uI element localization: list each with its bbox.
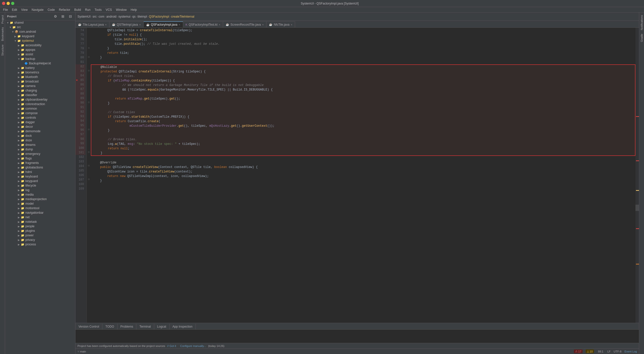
notification-link-gotit[interactable]: // Got it: [167, 344, 176, 347]
tab-qsfactoryimpltest[interactable]: K QSFactoryImplTest.kt ×: [183, 21, 223, 27]
tree-item-privacy[interactable]: ▶📁privacy: [5, 238, 75, 242]
window-close-btn[interactable]: [2, 2, 5, 5]
window-maximize-btn[interactable]: [11, 2, 14, 5]
tree-item-model[interactable]: ▶📁model: [5, 201, 75, 206]
tree-item-controls[interactable]: ▶📁controls: [5, 115, 75, 120]
fold-78[interactable]: ⊟: [87, 46, 91, 50]
menu-file[interactable]: File: [1, 8, 10, 12]
right-tab-gradle[interactable]: Gradle: [639, 32, 644, 43]
tree-item-assist[interactable]: ▶📁assist: [5, 52, 75, 57]
menu-edit[interactable]: Edit: [10, 8, 19, 12]
menu-tools[interactable]: Tools: [93, 8, 104, 12]
menu-build[interactable]: Build: [72, 8, 83, 12]
menu-view[interactable]: View: [19, 8, 30, 12]
bottom-tab-todo[interactable]: TODO: [102, 324, 117, 329]
fold-107[interactable]: ⊟: [87, 177, 91, 182]
tree-item-dock[interactable]: ▶📁dock: [5, 134, 75, 138]
bottom-tab-logcat[interactable]: Logcat: [154, 324, 170, 329]
tree-item-keyguard[interactable]: ▶📁keyguard: [5, 179, 75, 183]
tree-item-keyguard-top[interactable]: ▶ 📁 keyguard: [5, 34, 75, 38]
tree-item-navigationbar[interactable]: ▶📁navigationbar: [5, 210, 75, 215]
tree-item-people[interactable]: ▶📁people: [5, 224, 75, 229]
menu-navigate[interactable]: Navigate: [30, 8, 46, 12]
breadcrumb-src[interactable]: src: [93, 15, 97, 18]
menu-window[interactable]: Window: [114, 8, 129, 12]
tab-close-btn[interactable]: ×: [291, 23, 292, 26]
tab-qstileimpl[interactable]: ☕ QSTileImpl.java ×: [109, 21, 144, 27]
notification-link-configure[interactable]: Configure manually...: [180, 344, 206, 347]
tree-item-log[interactable]: ▶📁log: [5, 188, 75, 192]
menu-code[interactable]: Code: [46, 8, 57, 12]
tab-qsfactoryimpl[interactable]: ☕ QSFactoryImpl.java ×: [144, 21, 183, 27]
tree-item-media[interactable]: ▶📁media: [5, 192, 75, 197]
tree-item-camera[interactable]: ▶📁camera: [5, 84, 75, 88]
tree-item-shared[interactable]: ▼ 📁 shared: [5, 20, 75, 25]
tree-item-src[interactable]: ▼ 📁 src: [5, 25, 75, 29]
tree-item-lifecycle[interactable]: ▶📁lifecycle: [5, 183, 75, 188]
tree-item-doze[interactable]: ▶📁doze: [5, 138, 75, 143]
fold-101[interactable]: ⊟: [87, 150, 91, 154]
line-sep[interactable]: LF: [607, 350, 611, 353]
tab-nfctile[interactable]: ☕ NfcTile.java ×: [266, 21, 295, 27]
fold-80[interactable]: ⊟: [87, 55, 91, 59]
menu-run[interactable]: Run: [83, 8, 93, 12]
fold-104[interactable]: ⊟: [87, 163, 91, 168]
breadcrumb-systemui[interactable]: SystemUI: [77, 15, 91, 18]
breadcrumb-qsfactoryimpl[interactable]: QSFactoryImpl: [149, 15, 169, 18]
tree-item-fragments[interactable]: ▶📁fragments: [5, 161, 75, 165]
warning-badge[interactable]: △ 10: [586, 349, 594, 353]
encoding[interactable]: UTF-8: [614, 350, 621, 353]
side-tab-bookmarks[interactable]: Bookmarks: [0, 26, 5, 42]
event-log-btn[interactable]: Event Log: [624, 350, 637, 353]
tree-item-charging[interactable]: ▶📁charging: [5, 88, 75, 93]
scroll-minimap[interactable]: [635, 28, 639, 323]
tab-close-btn[interactable]: ×: [105, 23, 107, 26]
tree-item-globalactions[interactable]: ▶📁globalactions: [5, 165, 75, 170]
bottom-tab-terminal[interactable]: Terminal: [136, 324, 154, 329]
tree-item-keyboard[interactable]: ▶📁keyboard: [5, 174, 75, 179]
tree-item-motiontool[interactable]: ▶📁motiontool: [5, 206, 75, 210]
tree-item-broadcast[interactable]: ▶📁broadcast: [5, 79, 75, 84]
menu-refactor[interactable]: Refactor: [57, 8, 72, 12]
breadcrumb-android[interactable]: android: [106, 15, 116, 18]
tab-tilelayout[interactable]: ☕ Tile.Layout.java ×: [75, 21, 109, 27]
right-tab-notifications[interactable]: Notifications: [639, 14, 644, 32]
tree-item-battery[interactable]: ▶📁battery: [5, 66, 75, 70]
bottom-tab-versioncontrol[interactable]: Version Control: [75, 324, 102, 329]
sidebar-gear-btn[interactable]: ⚙: [53, 14, 58, 19]
tree-item-dump[interactable]: ▶📁dump: [5, 147, 75, 152]
tree-item-comandroid[interactable]: ▼ 📦 com.android: [5, 29, 75, 34]
error-badge[interactable]: ⚠ 17: [574, 349, 583, 353]
tab-close-btn[interactable]: ×: [219, 23, 220, 26]
breadcrumb-tileimpl[interactable]: tileimpl: [138, 15, 147, 18]
code-content[interactable]: QSTileImpl tile = createTileInternal(til…: [91, 28, 635, 323]
bottom-tab-appinspection[interactable]: App Inspection: [170, 324, 196, 329]
git-status[interactable]: ⑂ main: [77, 350, 86, 353]
menu-help[interactable]: Help: [129, 8, 139, 12]
tab-close-btn[interactable]: ×: [139, 23, 141, 26]
tab-close-btn[interactable]: ×: [179, 23, 180, 26]
tree-item-demomode[interactable]: ▶📁demomode: [5, 129, 75, 134]
tree-item-flags[interactable]: ▶📁flags: [5, 156, 75, 161]
breadcrumb-qs[interactable]: qs: [132, 15, 136, 18]
tree-item-decor[interactable]: ▶📁decor: [5, 124, 75, 129]
fold-90[interactable]: ⊟: [87, 100, 91, 105]
sidebar-collapse-btn[interactable]: ⊟: [68, 14, 73, 19]
tree-item-accessibility[interactable]: ▶📁accessibility: [5, 43, 75, 48]
fold-96[interactable]: ⊟: [87, 127, 91, 132]
tree-item-biometrics[interactable]: ▶📁biometrics: [5, 70, 75, 75]
window-minimize-btn[interactable]: [7, 2, 10, 5]
tree-item-dreams[interactable]: ▶📁dreams: [5, 143, 75, 147]
tree-item-compose[interactable]: ▶📁compose: [5, 111, 75, 115]
tree-item-bluetooth[interactable]: ▶📁bluetooth: [5, 75, 75, 79]
tab-screenrecordtile[interactable]: ☕ ScreenRecordTile.java ×: [223, 21, 266, 27]
tree-item-hdmi[interactable]: ▶📁hdmi: [5, 170, 75, 174]
breadcrumb-systemui2[interactable]: systemui: [118, 15, 130, 18]
tree-item-appops[interactable]: ▶📁appops: [5, 48, 75, 52]
sidebar-expand-btn[interactable]: ⊞: [60, 14, 66, 19]
tree-item-power[interactable]: ▶📁power: [5, 233, 75, 238]
tree-item-backuphelper[interactable]: 🔷BackupHelper.kt: [5, 61, 75, 66]
tree-item-common[interactable]: ▶📁common: [5, 106, 75, 111]
tab-close-btn[interactable]: ×: [262, 23, 264, 26]
side-tab-project[interactable]: Project: [0, 14, 5, 25]
